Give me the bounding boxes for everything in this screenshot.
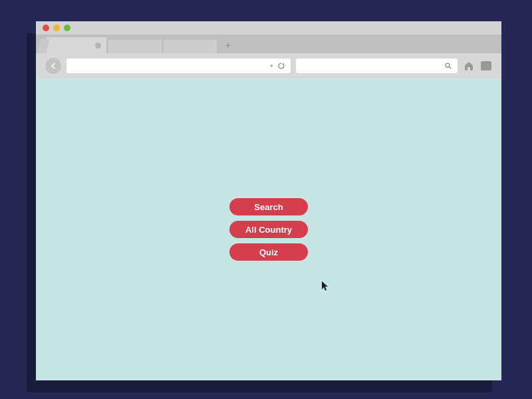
browser-tab[interactable] bbox=[164, 40, 217, 53]
back-arrow-icon bbox=[49, 61, 58, 70]
browser-tab[interactable] bbox=[108, 40, 162, 53]
back-button[interactable] bbox=[45, 58, 61, 74]
home-button[interactable] bbox=[463, 60, 475, 72]
search-button[interactable]: Search bbox=[229, 198, 308, 215]
quiz-button[interactable]: Quiz bbox=[229, 243, 308, 261]
tab-bar: + bbox=[36, 35, 501, 53]
menu-icon bbox=[481, 61, 491, 70]
maximize-window-icon[interactable] bbox=[64, 25, 70, 31]
svg-line-1 bbox=[450, 67, 452, 69]
all-country-button[interactable]: All Country bbox=[229, 221, 308, 238]
search-input[interactable] bbox=[296, 59, 458, 73]
titlebar bbox=[36, 21, 501, 35]
tab-close-icon[interactable] bbox=[95, 43, 101, 49]
reload-icon[interactable] bbox=[277, 62, 285, 70]
page-content: Search All Country Quiz bbox=[36, 78, 501, 380]
search-icon bbox=[444, 62, 452, 70]
toolbar: ▾ bbox=[36, 53, 501, 78]
menu-button[interactable] bbox=[480, 60, 492, 72]
minimize-window-icon[interactable] bbox=[53, 25, 60, 31]
close-window-icon[interactable] bbox=[43, 25, 49, 31]
cursor-icon bbox=[322, 281, 330, 292]
browser-tab-active[interactable] bbox=[47, 37, 106, 53]
browser-window: + ▾ Searc bbox=[36, 21, 501, 380]
url-input[interactable]: ▾ bbox=[66, 59, 291, 73]
new-tab-button[interactable]: + bbox=[221, 39, 235, 52]
home-icon bbox=[464, 61, 474, 71]
dropdown-icon[interactable]: ▾ bbox=[270, 63, 273, 69]
